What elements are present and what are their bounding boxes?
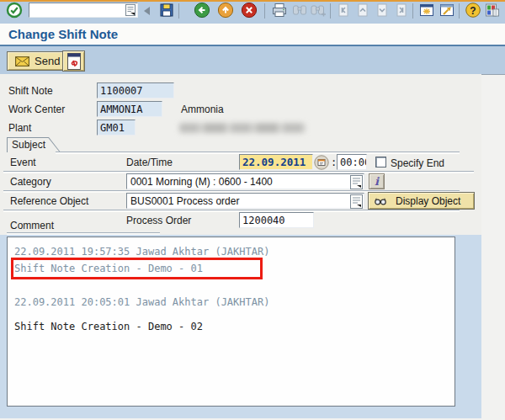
shift-note-label: Shift Note: [8, 85, 53, 97]
pdf-button[interactable]: [62, 51, 85, 72]
envelope-icon: [15, 56, 29, 66]
previous-page-icon[interactable]: [354, 2, 371, 19]
category-value: 0001 Morning (M) : 0600 - 1400: [130, 176, 273, 188]
command-field-input[interactable]: [29, 3, 138, 18]
date-picker-icon[interactable]: [314, 155, 329, 170]
comment-entry-timestamp: 22.09.2011 19:57:35 Jawad Akhtar (JAKHTA…: [14, 246, 269, 258]
comment-entry-timestamp: 22.09.2011 20:05:01 Jawad Akhtar (JAKHTA…: [14, 296, 269, 308]
dropdown-icon[interactable]: [350, 175, 363, 192]
collapse-toolbar-icon[interactable]: [144, 7, 150, 15]
toolbar-separator: [412, 3, 413, 19]
enter-icon[interactable]: [6, 2, 23, 19]
comment-entry-text: Shift Note Creation - Demo - 01: [14, 263, 203, 274]
display-object-label: Display Object: [396, 195, 460, 207]
create-shortcut-icon[interactable]: [439, 2, 455, 19]
reference-object-value: BUS0001 Process order: [130, 195, 239, 207]
customize-layout-icon[interactable]: [484, 2, 501, 19]
find-icon[interactable]: [291, 2, 308, 19]
next-page-icon[interactable]: [374, 2, 391, 19]
category-combobox[interactable]: 0001 Morning (M) : 0600 - 1400: [126, 173, 364, 189]
svg-text:?: ?: [470, 5, 476, 17]
page-title: Change Shift Note: [8, 27, 118, 41]
category-label: Category: [10, 176, 51, 188]
specify-end-label: Specify End: [391, 157, 444, 169]
exit-icon[interactable]: [217, 2, 234, 19]
toolbar-separator: [264, 3, 265, 19]
save-icon[interactable]: [158, 2, 175, 19]
command-history-icon[interactable]: [125, 4, 136, 19]
event-label: Event: [10, 157, 36, 168]
cancel-icon[interactable]: [241, 2, 258, 19]
display-object-button[interactable]: Display Object: [368, 192, 475, 210]
info-button[interactable]: i: [369, 173, 385, 189]
tab-subject-label: Subject: [12, 139, 45, 151]
specify-end-checkbox[interactable]: [375, 157, 386, 167]
reference-object-label: Reference Object: [10, 195, 88, 207]
comment-textarea[interactable]: 22.09.2011 19:57:35 Jawad Akhtar (JAKHTA…: [7, 237, 455, 407]
toolbar-separator: [330, 3, 331, 19]
reference-object-combobox[interactable]: BUS0001 Process order: [126, 193, 364, 209]
plant-description-redacted: [179, 123, 306, 133]
glasses-icon: [374, 195, 387, 206]
work-center-description: Ammonia: [181, 104, 224, 115]
toolbar-separator: [178, 3, 179, 19]
process-order-field[interactable]: 1200040: [239, 212, 314, 228]
first-page-icon[interactable]: [335, 2, 352, 19]
comment-label: Comment: [10, 220, 54, 231]
shift-note-field[interactable]: 1100007: [97, 82, 174, 98]
event-date-field[interactable]: 22.09.2011: [239, 154, 313, 170]
help-icon[interactable]: ?: [465, 2, 481, 19]
sap-window: ? Change Shift Note Send Shift Note 1100…: [0, 0, 505, 420]
datetime-label: Date/Time: [126, 157, 173, 168]
dropdown-icon[interactable]: [350, 194, 363, 211]
work-center-field[interactable]: AMMONIA: [97, 101, 162, 117]
row-separator: [3, 210, 460, 212]
event-time-field[interactable]: 00:00: [337, 154, 367, 170]
find-next-icon[interactable]: [310, 2, 327, 19]
back-icon[interactable]: [194, 2, 210, 19]
process-order-label: Process Order: [126, 215, 191, 226]
plant-label: Plant: [8, 122, 31, 134]
new-session-icon[interactable]: [418, 2, 435, 19]
work-center-label: Work Center: [8, 104, 65, 115]
pdf-icon: [65, 52, 83, 71]
comment-entry-text: Shift Note Creation - Demo - 02: [14, 321, 203, 332]
last-page-icon[interactable]: [393, 2, 410, 19]
info-icon: i: [375, 176, 379, 187]
print-icon[interactable]: [271, 2, 288, 19]
plant-field[interactable]: GM01: [97, 120, 136, 136]
send-button[interactable]: Send: [7, 51, 68, 71]
toolbar-separator: [459, 3, 460, 19]
send-button-label: Send: [35, 55, 60, 67]
